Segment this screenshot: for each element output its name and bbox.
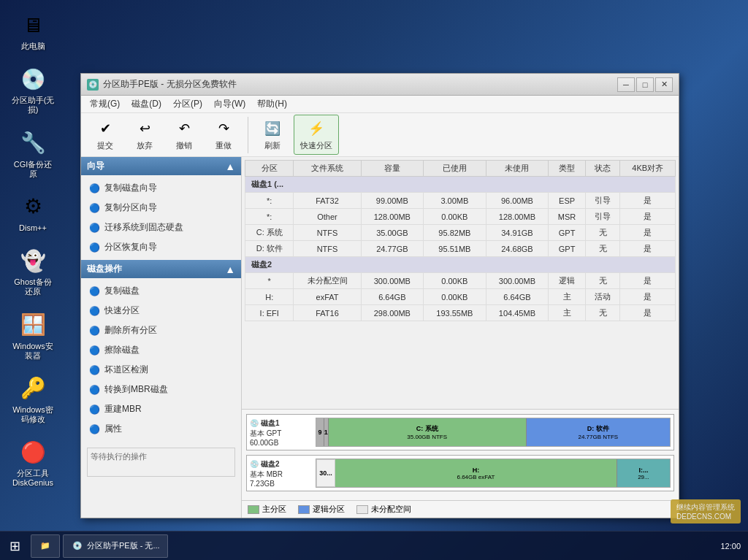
copy-disk-icon: 🔵 bbox=[88, 183, 100, 194]
disk1-type: 基本 GPT bbox=[250, 429, 313, 439]
sidebar-item-copy-partition[interactable]: 🔵 复制分区向导 bbox=[81, 198, 241, 218]
col-size: 容量 bbox=[361, 161, 424, 177]
desktop: 🖥此电脑💿分区助手(无损)🔧CGI备份还原⚙Dism++👻Ghost备份还原🪟W… bbox=[0, 0, 748, 560]
disk1-row-1[interactable]: *:Other128.00MB0.00KB128.00MBMSR引导是 bbox=[245, 209, 676, 225]
delete-all-icon: 🔵 bbox=[88, 325, 100, 337]
undo-label: 撤销 bbox=[176, 140, 192, 151]
sidebar-item-migrate-ssd-label: 迁移系统到固态硬盘 bbox=[104, 221, 183, 234]
active-window-icon: 💿 bbox=[71, 540, 84, 553]
desktop-icon-win-installer[interactable]: 🪟Windows安装器 bbox=[7, 307, 58, 364]
desktop-icon-dism[interactable]: ⚙Dism++ bbox=[7, 189, 58, 236]
desktop-icon-partition-tool[interactable]: 💿分区助手(无损) bbox=[7, 61, 58, 118]
minimize-button[interactable]: ─ bbox=[617, 77, 635, 92]
wizard-collapse-btn[interactable]: ▲ bbox=[225, 161, 235, 172]
quick-partition-button[interactable]: ⚡ 快速分区 bbox=[294, 115, 339, 155]
submit-button[interactable]: ✔ 提交 bbox=[87, 115, 123, 155]
sidebar-item-properties[interactable]: 🔵 属性 bbox=[81, 419, 241, 439]
disk1-seg-c[interactable]: C: 系统 35.00GB NTFS bbox=[329, 418, 527, 446]
refresh-button[interactable]: 🔄 刷新 bbox=[254, 115, 291, 155]
sidebar-item-rebuild-mbr[interactable]: 🔵 重建MBR bbox=[81, 399, 241, 419]
desktop-icon-diskgenius[interactable]: 🔴分区工具DiskGenius bbox=[7, 434, 58, 491]
legend-primary-color bbox=[248, 505, 259, 514]
disk1-name: 磁盘1 bbox=[261, 418, 280, 429]
active-window-taskbar-item[interactable]: 💿 分区助手PE版 - 无... bbox=[63, 534, 168, 558]
window-title: 分区助手PE版 - 无损分区免费软件 bbox=[103, 78, 237, 91]
menu-disk[interactable]: 磁盘(D) bbox=[126, 96, 167, 112]
desktop-icon-ghost-backup[interactable]: 👻Ghost备份还原 bbox=[7, 243, 58, 299]
disk1-header-row: 磁盘1 (... bbox=[245, 177, 676, 193]
sidebar-item-clone-disk[interactable]: 🔵 复制磁盘 bbox=[81, 281, 241, 301]
clone-disk-icon: 🔵 bbox=[88, 285, 100, 297]
disk2-row-0[interactable]: *未分配空间300.00MB0.00KB300.00MB逻辑无是 bbox=[245, 273, 676, 289]
disk1-row-2[interactable]: C: 系统NTFS35.00GB95.82MB34.91GBGPT无是 bbox=[245, 225, 676, 241]
quick-part-icon: 🔵 bbox=[88, 305, 100, 317]
sidebar-item-convert-mbr-label: 转换到MBR磁盘 bbox=[104, 383, 168, 396]
disk2-name: 磁盘2 bbox=[261, 459, 280, 469]
disk1-viz-row: 💿 磁盘1 基本 GPT 60.00GB 9 1 bbox=[246, 414, 674, 450]
sidebar-item-recover-partition[interactable]: 🔵 分区恢复向导 bbox=[81, 237, 241, 257]
disk2-row-2[interactable]: I: EFIFAT16298.00MB193.55MB104.45MB主无是 bbox=[245, 305, 676, 321]
right-panel: 分区 文件系统 容量 已使用 未使用 类型 状态 4KB对齐 磁盘1 bbox=[242, 157, 679, 518]
sidebar-wizard-title: 向导 bbox=[87, 160, 104, 172]
convert-mbr-icon: 🔵 bbox=[88, 384, 100, 396]
partition-table-area: 分区 文件系统 容量 已使用 未使用 类型 状态 4KB对齐 磁盘1 bbox=[242, 157, 679, 409]
sidebar-item-copy-disk[interactable]: 🔵 复制磁盘向导 bbox=[81, 178, 241, 198]
undo-button[interactable]: ↶ 撤销 bbox=[166, 115, 202, 155]
recover-partition-icon: 🔵 bbox=[88, 242, 100, 253]
disk2-seg-h[interactable]: H: 6.64GB exFAT bbox=[335, 459, 617, 487]
desktop-icon-cgi-backup[interactable]: 🔧CGI备份还原 bbox=[7, 126, 58, 182]
close-button[interactable]: ✕ bbox=[655, 77, 673, 92]
col-status: 状态 bbox=[585, 161, 619, 177]
abandon-button[interactable]: ↩ 放弃 bbox=[126, 115, 163, 155]
desktop-icon-win-password[interactable]: 🔑Windows密码修改 bbox=[7, 371, 58, 427]
sidebar-item-bad-sector[interactable]: 🔵 坏道区检测 bbox=[81, 360, 241, 380]
sidebar-item-quick-partition[interactable]: 🔵 快速分区 bbox=[81, 301, 241, 321]
menu-general[interactable]: 常规(G) bbox=[84, 96, 126, 112]
disk1-row-0[interactable]: *:FAT3299.00MB3.00MB96.00MBESP引导是 bbox=[245, 193, 676, 209]
win-password-label: Windows密码修改 bbox=[10, 405, 56, 424]
sidebar-item-wipe-disk[interactable]: 🔵 擦除磁盘 bbox=[81, 340, 241, 360]
win-installer-icon: 🪟 bbox=[18, 310, 47, 340]
disk2-seg-i[interactable]: I:... 29... bbox=[617, 459, 670, 487]
desktop-icon-my-computer[interactable]: 🖥此电脑 bbox=[7, 7, 58, 54]
legend-logical: 逻辑分区 bbox=[298, 504, 345, 515]
col-fs: 文件系统 bbox=[294, 161, 361, 177]
sidebar-item-convert-mbr[interactable]: 🔵 转换到MBR磁盘 bbox=[81, 380, 241, 399]
disk1-size: 60.00GB bbox=[250, 439, 313, 447]
file-explorer-taskbar-item[interactable]: 📁 bbox=[31, 534, 60, 558]
sidebar-item-migrate-ssd[interactable]: 🔵 迁移系统到固态硬盘 bbox=[81, 218, 241, 237]
disk2-seg-unalloc[interactable]: 30... bbox=[316, 459, 335, 487]
submit-label: 提交 bbox=[97, 140, 113, 151]
legend-logical-label: 逻辑分区 bbox=[313, 504, 345, 515]
disk1-seg-esp[interactable]: 9 bbox=[316, 418, 324, 446]
title-bar-buttons: ─ □ ✕ bbox=[617, 77, 673, 92]
menu-wizard[interactable]: 向导(W) bbox=[208, 96, 251, 112]
disk1-viz-info: 💿 磁盘1 基本 GPT 60.00GB bbox=[250, 418, 316, 447]
sidebar-item-recover-partition-label: 分区恢复向导 bbox=[104, 241, 157, 253]
disk2-type: 基本 MBR bbox=[250, 469, 313, 480]
disk2-viz-bar: 30... H: 6.64GB exFAT I:... 29... bbox=[316, 459, 671, 488]
menu-help[interactable]: 帮助(H) bbox=[251, 96, 293, 112]
legend-bar: 主分区 逻辑分区 未分配空间 bbox=[242, 500, 679, 518]
sidebar-item-delete-all[interactable]: 🔵 删除所有分区 bbox=[81, 321, 241, 340]
start-button[interactable]: ⊞ bbox=[0, 532, 29, 561]
redo-button[interactable]: ↷ 重做 bbox=[205, 115, 242, 155]
title-bar: 💿 分区助手PE版 - 无损分区免费软件 ─ □ ✕ bbox=[81, 74, 679, 96]
menu-partition[interactable]: 分区(P) bbox=[167, 96, 208, 112]
disk1-row-3[interactable]: D: 软件NTFS24.77GB95.51MB24.68GBGPT无是 bbox=[245, 241, 676, 257]
col-4kb: 4KB对齐 bbox=[620, 161, 676, 177]
desktop-icons: 🖥此电脑💿分区助手(无损)🔧CGI备份还原⚙Dism++👻Ghost备份还原🪟W… bbox=[7, 7, 58, 491]
disk1-seg-d[interactable]: D: 软件 24.77GB NTFS bbox=[527, 418, 670, 446]
dism-label: Dism++ bbox=[19, 223, 47, 233]
toolbar: ✔ 提交 ↩ 放弃 ↶ 撤销 ↷ 重做 🔄 刷新 ⚡ 快速分区 bbox=[81, 113, 679, 157]
disk1-header-cell: 磁盘1 (... bbox=[245, 177, 676, 193]
disk-ops-collapse-btn[interactable]: ▲ bbox=[225, 264, 235, 275]
my-computer-label: 此电脑 bbox=[21, 42, 45, 51]
sidebar-item-rebuild-mbr-label: 重建MBR bbox=[104, 403, 142, 415]
sidebar-item-wipe-disk-label: 擦除磁盘 bbox=[104, 344, 140, 356]
sidebar-section-wizard-header: 向导 ▲ bbox=[81, 157, 241, 175]
menu-bar: 常规(G) 磁盘(D) 分区(P) 向导(W) 帮助(H) bbox=[81, 96, 679, 113]
watermark-line2: DEDECNS.COM bbox=[676, 513, 735, 521]
disk2-row-1[interactable]: H:exFAT6.64GB0.00KB6.64GB主活动是 bbox=[245, 289, 676, 305]
maximize-button[interactable]: □ bbox=[636, 77, 654, 92]
